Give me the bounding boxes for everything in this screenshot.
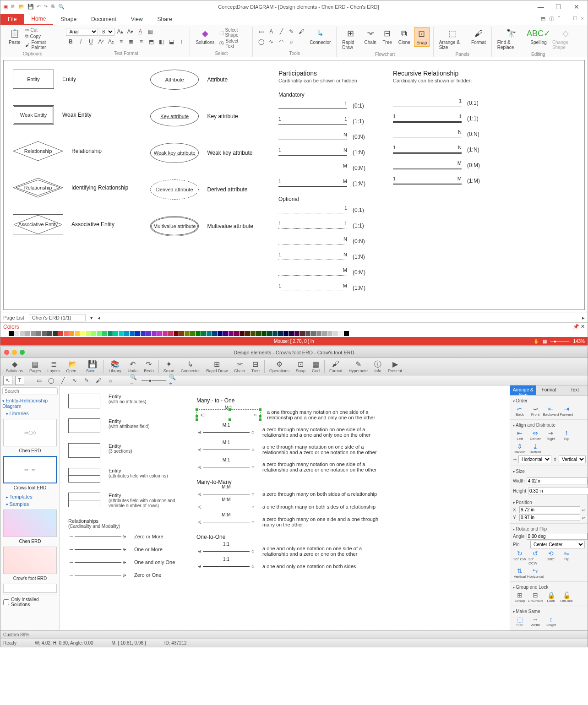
- cf-entity-row[interactable]: Entity(3 sections): [68, 443, 183, 458]
- participation-line[interactable]: N: [278, 134, 347, 140]
- zoom-in-icon[interactable]: 🔍+: [169, 376, 178, 385]
- color-swatch[interactable]: [185, 331, 190, 336]
- color-swatch[interactable]: [113, 331, 118, 336]
- entity-box[interactable]: [68, 468, 100, 483]
- 90-ccw-button[interactable]: ↺90° CCW: [528, 550, 542, 565]
- color-swatch[interactable]: [316, 331, 321, 336]
- tree-libraries[interactable]: Libraries: [2, 410, 58, 417]
- color-swatch[interactable]: [250, 331, 256, 336]
- shape-weak-key-attribute[interactable]: Weak key attribute Weak key attribute: [150, 143, 265, 163]
- tab-document[interactable]: Document: [84, 14, 124, 25]
- distribute-h-icon[interactable]: ⇿: [513, 457, 517, 462]
- color-swatch[interactable]: [86, 331, 91, 336]
- section-header[interactable]: Position: [513, 499, 585, 506]
- mac-zoom-button[interactable]: [20, 350, 25, 355]
- horizontal-button[interactable]: ⇆Horizontal: [528, 567, 542, 579]
- participation-line[interactable]: 1N: [278, 149, 347, 156]
- qat-save-icon[interactable]: 💾: [27, 4, 34, 10]
- only-installed-checkbox[interactable]: Only Installed Solutions: [2, 595, 58, 609]
- mac-close-button[interactable]: [4, 350, 9, 355]
- participation-line[interactable]: 11: [278, 222, 347, 229]
- maximize-button[interactable]: ☐: [550, 3, 567, 11]
- color-swatch[interactable]: [58, 331, 63, 336]
- line-icon[interactable]: ╱: [58, 376, 67, 385]
- color-swatch[interactable]: [97, 331, 102, 336]
- toolbar-hypernote[interactable]: ✎Hypernote: [346, 359, 371, 374]
- horizontal-select[interactable]: Horizontal: [518, 456, 551, 463]
- align-left-icon[interactable]: ≡: [116, 37, 125, 46]
- font-family-select[interactable]: Arial: [66, 28, 98, 36]
- color-swatch[interactable]: [14, 331, 19, 336]
- tree-samples[interactable]: Samples: [2, 500, 58, 508]
- toolbar-format[interactable]: 🖌Format: [327, 359, 345, 374]
- participation-row[interactable]: 11 (1:1): [278, 222, 379, 229]
- ribbon-collapse-icon[interactable]: —: [564, 16, 569, 22]
- minimize-button[interactable]: —: [533, 3, 549, 11]
- participation-row[interactable]: 1 (0:1): [278, 207, 379, 213]
- color-swatch[interactable]: [31, 331, 36, 336]
- participation-line[interactable]: 1M: [278, 285, 347, 291]
- x-input[interactable]: [519, 506, 580, 513]
- entity-box[interactable]: [68, 443, 100, 458]
- section-header[interactable]: Align and Distribute: [513, 422, 585, 428]
- left-button[interactable]: ⇤Left: [513, 429, 527, 441]
- color-swatch[interactable]: [190, 331, 195, 336]
- brush-icon[interactable]: 🖌: [94, 376, 103, 385]
- toolbar-snap[interactable]: ⊡Snap: [293, 359, 308, 374]
- rapid-draw-button[interactable]: ⊞Rapid Draw: [340, 27, 360, 51]
- participation-line[interactable]: M: [393, 162, 462, 168]
- ribbon-restore-icon[interactable]: ☐: [573, 16, 577, 22]
- color-swatch[interactable]: [305, 331, 310, 336]
- valign-mid-icon[interactable]: ◧: [157, 37, 166, 46]
- shape-attribute[interactable]: Attribute Attribute: [150, 70, 265, 90]
- clone-button[interactable]: ⧉Clone: [397, 27, 412, 46]
- mac-minimize-button[interactable]: [12, 350, 17, 355]
- participation-line[interactable]: 11: [278, 118, 347, 125]
- color-swatch[interactable]: [267, 331, 272, 336]
- cf-entity-row[interactable]: Entity(attributes field with columns): [68, 468, 183, 483]
- toolbar-present[interactable]: ▶Present: [385, 359, 405, 374]
- rel-line[interactable]: ⪪M:M○: [196, 519, 256, 525]
- rel-simple[interactable]: ─⪫ One or More: [68, 546, 183, 553]
- weak-entity-shape[interactable]: Weak Entity: [13, 105, 54, 125]
- identifying-relationship-shape[interactable]: Relationship: [13, 178, 63, 198]
- shape-key-attribute[interactable]: Key attribute Key attribute: [150, 106, 265, 126]
- section-header[interactable]: Size: [513, 468, 585, 475]
- help-icon[interactable]: ⬒: [541, 16, 545, 22]
- eyedrop-tool-icon[interactable]: ⌕: [287, 37, 296, 46]
- zoom-slider[interactable]: ─●────: [550, 339, 569, 344]
- tab-view[interactable]: View: [124, 14, 150, 25]
- tree-templates[interactable]: Templates: [2, 493, 58, 500]
- mac-canvas[interactable]: Entity(with no attributes) Entity(with a…: [60, 385, 510, 630]
- rel-row[interactable]: ⪪M:M○ a one through many on both sides o…: [196, 504, 501, 510]
- participation-line[interactable]: 1N: [278, 254, 347, 260]
- brush-tool-icon[interactable]: 🖌: [297, 27, 306, 36]
- color-swatch[interactable]: [163, 331, 168, 336]
- participation-row[interactable]: M (0:M): [393, 162, 494, 168]
- scroll-left-icon[interactable]: ◂: [98, 315, 100, 321]
- zoom-out-icon[interactable]: 🔍−: [130, 376, 139, 385]
- scroll-right-icon[interactable]: ▸: [582, 315, 585, 321]
- top-button[interactable]: ⤒Top: [560, 429, 573, 441]
- backward-button[interactable]: ⇤Backward: [544, 405, 558, 417]
- connector-button[interactable]: ↳Connector: [308, 27, 332, 46]
- page-list-label[interactable]: Page List: [3, 315, 24, 320]
- tree-button[interactable]: ⊟Tree: [380, 27, 395, 46]
- color-swatch[interactable]: [36, 331, 41, 336]
- grow-font-icon[interactable]: A▴: [115, 27, 125, 36]
- shape-entity[interactable]: Entity Entity: [13, 70, 136, 89]
- highlight-icon[interactable]: ▦: [146, 27, 155, 36]
- section-header[interactable]: Group and Lock: [513, 584, 585, 591]
- color-swatch[interactable]: [174, 331, 179, 336]
- curve-icon[interactable]: ∿: [70, 376, 79, 385]
- tab-shape[interactable]: Shape: [53, 14, 84, 25]
- entity-shape[interactable]: Entity: [13, 70, 54, 89]
- toolbar-save-[interactable]: 💾Save...: [83, 359, 102, 374]
- color-swatch[interactable]: [9, 331, 14, 336]
- color-swatch[interactable]: [152, 331, 157, 336]
- tree-root[interactable]: Entity-Relationship Diagram: [2, 397, 58, 410]
- color-swatch[interactable]: [64, 331, 69, 336]
- status-custom[interactable]: Custom 89%: [3, 632, 29, 637]
- toolbar-layers[interactable]: ≣Layers: [45, 359, 63, 374]
- color-swatch[interactable]: [42, 331, 47, 336]
